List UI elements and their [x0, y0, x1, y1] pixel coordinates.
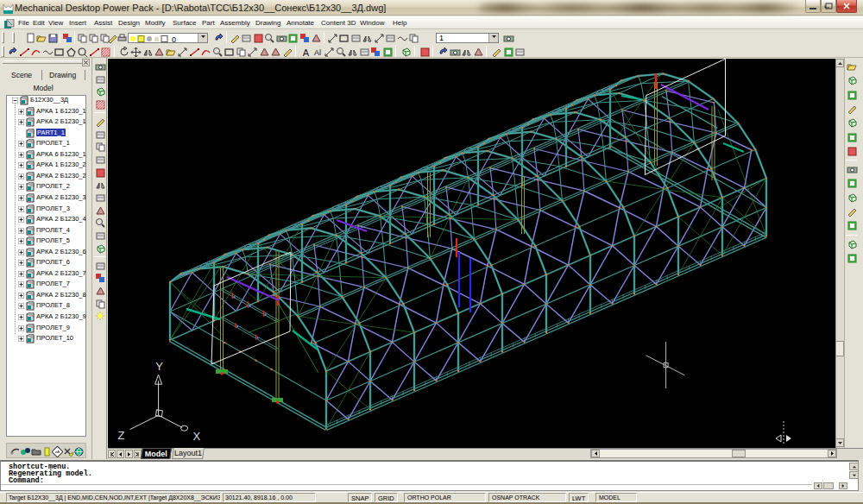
svg-text:X: X [193, 430, 201, 443]
svg-text:0: 0 [172, 35, 176, 44]
svg-text:A: A [303, 47, 310, 58]
svg-text:Z: Z [118, 429, 125, 442]
svg-text:Al: Al [313, 48, 320, 57]
svg-text:Y: Y [155, 360, 163, 373]
